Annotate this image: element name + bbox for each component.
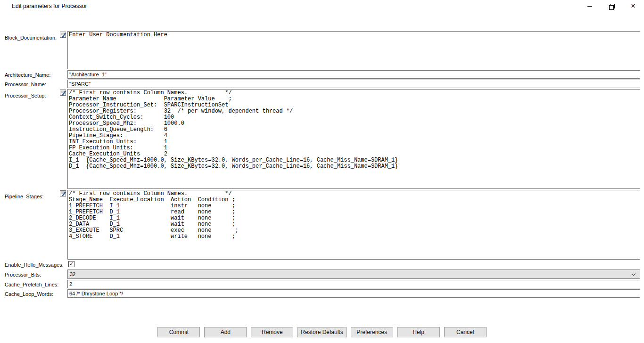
field-cell: Enter User Documentation Here bbox=[67, 31, 640, 69]
edit-icon[interactable] bbox=[60, 31, 66, 37]
label-cell: Cache_Loop_Words: bbox=[0, 289, 67, 298]
cache-prefetch-lines-input[interactable] bbox=[67, 280, 640, 288]
parameter-form: Block_Documentation: Enter User Document… bbox=[0, 31, 644, 298]
window-controls: × bbox=[579, 0, 644, 12]
label-cell: Enable_Hello_Messages: bbox=[0, 260, 67, 269]
field-row-processor-setup: Processor_Setup: /* First row contains C… bbox=[0, 89, 640, 189]
commit-button[interactable]: Commit bbox=[157, 327, 200, 337]
label-cell: Processor_Name: bbox=[0, 80, 67, 88]
label-cell: Processor_Setup: bbox=[0, 89, 67, 99]
field-label-processor-setup: Processor_Setup: bbox=[5, 93, 46, 98]
architecture-name-input[interactable] bbox=[67, 70, 640, 79]
field-label-cache-prefetch-lines: Cache_Prefetch_Lines: bbox=[5, 282, 58, 287]
dialog-window: Edit parameters for Processor × Block_Do… bbox=[0, 0, 644, 337]
field-cell: /* First row contains Column Names. */ S… bbox=[67, 190, 640, 260]
enable-hello-checkbox[interactable]: ✓ bbox=[68, 261, 74, 267]
button-bar: Commit Add Remove Restore Defaults Prefe… bbox=[0, 327, 644, 337]
field-row-processor-name: Processor_Name: bbox=[0, 80, 640, 88]
field-cell bbox=[67, 80, 640, 88]
label-cell: Cache_Prefetch_Lines: bbox=[0, 280, 67, 288]
block-documentation-textarea[interactable]: Enter User Documentation Here bbox=[67, 31, 640, 69]
processor-name-input[interactable] bbox=[67, 80, 640, 88]
edit-icon[interactable] bbox=[60, 190, 66, 196]
chevron-down-icon bbox=[632, 272, 636, 276]
restore-defaults-button[interactable]: Restore Defaults bbox=[297, 327, 346, 337]
field-cell bbox=[67, 289, 640, 298]
field-label-processor-bits: Processor_Bits: bbox=[5, 272, 41, 278]
minimize-button[interactable] bbox=[579, 0, 601, 12]
processor-setup-textarea[interactable]: /* First row contains Column Names. */ P… bbox=[67, 89, 640, 189]
close-button[interactable]: × bbox=[622, 0, 644, 12]
window-title: Edit parameters for Processor bbox=[0, 3, 87, 9]
field-cell: ✓ bbox=[67, 261, 640, 267]
field-row-cache-loop-words: Cache_Loop_Words: bbox=[0, 289, 640, 298]
minimize-icon bbox=[587, 6, 592, 7]
field-label-block-documentation: Block_Documentation: bbox=[5, 35, 57, 41]
field-cell: /* First row contains Column Names. */ P… bbox=[67, 89, 640, 189]
field-label-pipeline-stages: Pipeline_Stages: bbox=[5, 194, 44, 199]
remove-button[interactable]: Remove bbox=[251, 327, 293, 337]
label-cell: Pipeline_Stages: bbox=[0, 190, 67, 200]
field-row-processor-bits: Processor_Bits: 32 bbox=[0, 270, 640, 279]
processor-bits-select[interactable]: 32 bbox=[67, 270, 640, 279]
field-row-block-documentation: Block_Documentation: Enter User Document… bbox=[0, 31, 640, 69]
preferences-button[interactable]: Preferences bbox=[351, 327, 393, 337]
field-cell: 32 bbox=[67, 270, 640, 279]
processor-bits-value: 32 bbox=[70, 271, 75, 277]
field-cell bbox=[67, 70, 640, 79]
field-row-enable-hello-messages: Enable_Hello_Messages: ✓ bbox=[0, 261, 640, 268]
label-cell: Processor_Bits: bbox=[0, 270, 67, 278]
help-button[interactable]: Help bbox=[397, 327, 440, 337]
titlebar: Edit parameters for Processor × bbox=[0, 0, 644, 12]
field-row-pipeline-stages: Pipeline_Stages: /* First row contains C… bbox=[0, 190, 640, 260]
field-cell bbox=[67, 280, 640, 288]
cache-loop-words-input[interactable] bbox=[67, 289, 640, 298]
field-row-cache-prefetch-lines: Cache_Prefetch_Lines: bbox=[0, 280, 640, 288]
field-label-architecture-name: Architecture_Name: bbox=[5, 72, 50, 78]
label-cell: Block_Documentation: bbox=[0, 31, 67, 41]
field-label-enable-hello-messages: Enable_Hello_Messages: bbox=[5, 262, 64, 268]
field-label-processor-name: Processor_Name: bbox=[5, 82, 46, 87]
field-row-architecture-name: Architecture_Name: bbox=[0, 70, 640, 79]
pipeline-stages-textarea[interactable]: /* First row contains Column Names. */ S… bbox=[67, 190, 640, 260]
label-cell: Architecture_Name: bbox=[0, 70, 67, 79]
checkmark-icon: ✓ bbox=[69, 261, 74, 267]
maximize-restore-button[interactable] bbox=[601, 0, 622, 12]
add-button[interactable]: Add bbox=[204, 327, 247, 337]
edit-icon[interactable] bbox=[60, 89, 66, 95]
close-icon: × bbox=[631, 2, 635, 10]
restore-icon bbox=[609, 4, 614, 9]
field-label-cache-loop-words: Cache_Loop_Words: bbox=[5, 291, 53, 297]
cancel-button[interactable]: Cancel bbox=[444, 327, 487, 337]
